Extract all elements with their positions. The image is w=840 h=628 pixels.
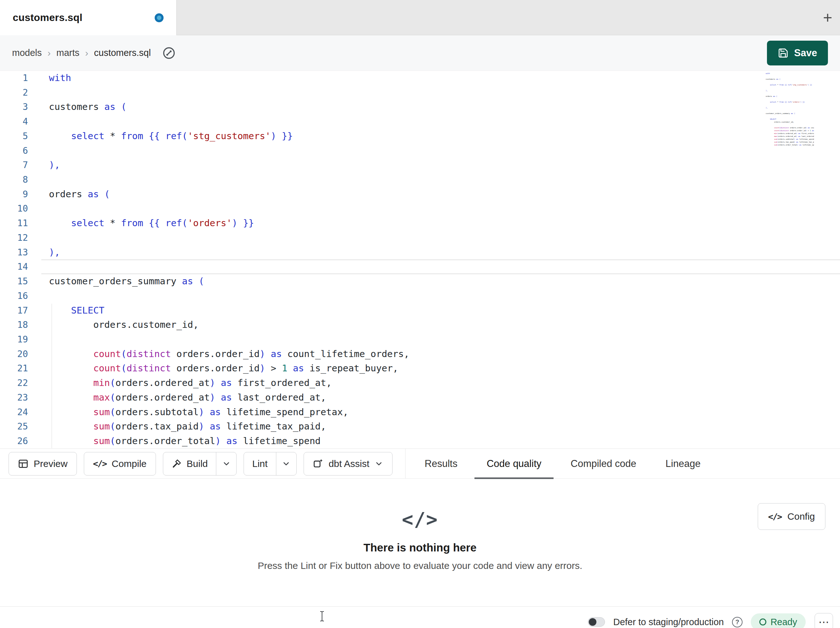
- minimap-line: select * from {{ ref('orders') }}: [766, 101, 814, 104]
- status-bar: Defer to staging/production ? Ready ⋯: [0, 606, 840, 628]
- editor-toolbar: Preview </> Compile Build Lint: [0, 449, 840, 479]
- save-label: Save: [794, 47, 817, 59]
- code-line[interactable]: 24 sum(orders.subtotal) as lifetime_spen…: [0, 405, 840, 420]
- line-number: 11: [0, 216, 41, 231]
- line-number: 21: [0, 361, 41, 376]
- minimap-line: ),: [766, 89, 814, 92]
- toggle-knob: [589, 618, 597, 626]
- more-options-button[interactable]: ⋯: [815, 613, 833, 628]
- line-number: 8: [0, 172, 41, 187]
- code-line[interactable]: 18 orders.customer_id,: [0, 318, 840, 332]
- line-number: 18: [0, 318, 41, 332]
- lint-label: Lint: [252, 459, 267, 469]
- hammer-icon: [172, 459, 182, 469]
- build-button[interactable]: Build: [163, 452, 216, 475]
- chevron-down-icon: [222, 459, 231, 468]
- build-dropdown-button[interactable]: [216, 452, 236, 475]
- code-quality-panel: </> Config </> There is nothing here Pre…: [0, 479, 840, 606]
- code-line[interactable]: 7),: [0, 158, 840, 172]
- code-line[interactable]: 22 min(orders.ordered_at) as first_order…: [0, 376, 840, 391]
- minimap[interactable]: withcustomers as ( select * from {{ ref(…: [766, 72, 814, 146]
- toolbar-divider: [405, 449, 406, 478]
- code-line[interactable]: 21 count(distinct orders.order_id) > 1 a…: [0, 361, 840, 376]
- code-line[interactable]: 26 sum(orders.order_total) as lifetime_s…: [0, 434, 840, 449]
- breadcrumb-item[interactable]: marts: [57, 47, 80, 58]
- chevron-down-icon: [282, 459, 291, 468]
- build-label: Build: [187, 459, 208, 469]
- line-number: 14: [0, 259, 41, 274]
- code-line[interactable]: 15customer_orders_summary as (: [0, 274, 840, 289]
- code-icon: </>: [402, 508, 438, 530]
- file-tab-customers-sql[interactable]: customers.sql: [0, 0, 177, 35]
- code-line[interactable]: 8: [0, 172, 840, 187]
- code-line[interactable]: 16: [0, 289, 840, 303]
- line-number: 10: [0, 201, 41, 216]
- lint-button[interactable]: Lint: [244, 452, 276, 475]
- status-badge: Ready: [751, 614, 806, 628]
- code-line[interactable]: 13),: [0, 245, 840, 260]
- code-line[interactable]: 11 select * from {{ ref('orders') }}: [0, 216, 840, 231]
- code-line[interactable]: 19: [0, 332, 840, 347]
- ellipsis-icon: ⋯: [818, 615, 829, 628]
- preview-label: Preview: [34, 459, 68, 469]
- plus-icon: +: [823, 9, 832, 25]
- lint-dropdown-button[interactable]: [276, 452, 296, 475]
- code-line[interactable]: 25 sum(orders.tax_paid) as lifetime_tax_…: [0, 419, 840, 434]
- minimap-line: count(distinct orders.order_id) > 1 as i…: [766, 129, 814, 132]
- line-number: 3: [0, 100, 41, 114]
- code-line[interactable]: 20 count(distinct orders.order_id) as co…: [0, 347, 840, 361]
- file-tab-title: customers.sql: [13, 12, 82, 24]
- text-cursor-icon: [319, 611, 325, 622]
- breadcrumb-item[interactable]: customers.sql: [94, 47, 151, 58]
- status-bar-right: Defer to staging/production ? Ready ⋯: [588, 613, 833, 628]
- minimap-line: [766, 75, 814, 78]
- dbt-ide: customers.sql + models›marts›customers.s…: [0, 0, 840, 628]
- code-line[interactable]: 2: [0, 85, 840, 100]
- assist-sparkle-icon: [313, 459, 324, 469]
- tab-code-quality[interactable]: Code quality: [472, 449, 556, 479]
- compile-label: Compile: [112, 459, 147, 469]
- line-number: 20: [0, 347, 41, 361]
- minimap-line: max(orders.ordered_at) as last_ordered_a…: [766, 135, 814, 138]
- help-icon[interactable]: ?: [732, 617, 742, 627]
- save-button[interactable]: Save: [767, 41, 828, 65]
- file-action-button[interactable]: [158, 43, 180, 63]
- minimap-line: sum(orders.order_total) as lifetime_spen…: [766, 144, 814, 146]
- line-number: 1: [0, 71, 41, 85]
- code-line[interactable]: 3customers as (: [0, 100, 840, 114]
- code-line[interactable]: 4: [0, 114, 840, 129]
- new-tab-button[interactable]: +: [818, 8, 837, 27]
- text-cursor: [319, 611, 325, 623]
- minimap-line: with: [766, 72, 814, 75]
- minimap-line: select * from {{ ref('stg_customers') }}: [766, 84, 814, 86]
- compile-button[interactable]: </> Compile: [84, 452, 156, 476]
- line-number: 16: [0, 289, 41, 303]
- code-editor[interactable]: 1with23customers as (45 select * from {{…: [0, 71, 840, 449]
- dbt-assist-button[interactable]: dbt Assist: [303, 452, 393, 476]
- code-line[interactable]: 6: [0, 144, 840, 158]
- code-line[interactable]: 5 select * from {{ ref('stg_customers') …: [0, 129, 840, 144]
- dbt-assist-label: dbt Assist: [329, 459, 369, 469]
- line-number: 22: [0, 376, 41, 391]
- tab-compiled-code[interactable]: Compiled code: [556, 449, 651, 479]
- code-line[interactable]: 10: [0, 201, 840, 216]
- line-number: 5: [0, 129, 41, 144]
- line-number: 17: [0, 303, 41, 318]
- code-line[interactable]: 9orders as (: [0, 187, 840, 202]
- tab-lineage[interactable]: Lineage: [651, 449, 715, 479]
- defer-toggle[interactable]: [588, 617, 605, 627]
- code-line[interactable]: 14: [0, 259, 840, 274]
- code-icon: </>: [93, 459, 107, 468]
- preview-button[interactable]: Preview: [9, 452, 77, 476]
- minimap-line: [766, 98, 814, 101]
- breadcrumb-bar: models›marts›customers.sql Save: [0, 35, 840, 71]
- code-line[interactable]: 12: [0, 231, 840, 245]
- line-number: 25: [0, 419, 41, 434]
- empty-state-title: There is nothing here: [364, 541, 477, 554]
- tab-results[interactable]: Results: [410, 449, 472, 479]
- breadcrumb-item[interactable]: models: [12, 47, 42, 58]
- minimap-line: count(distinct orders.order_id) as count…: [766, 127, 814, 129]
- code-line[interactable]: 1with: [0, 71, 840, 85]
- code-line[interactable]: 17 SELECT: [0, 303, 840, 318]
- code-line[interactable]: 23 max(orders.ordered_at) as last_ordere…: [0, 391, 840, 405]
